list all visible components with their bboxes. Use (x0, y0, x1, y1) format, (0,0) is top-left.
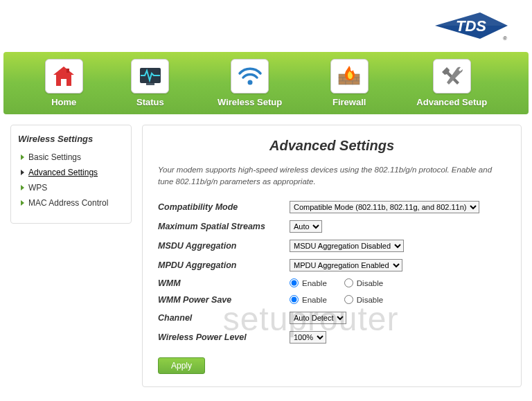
chevron-right-icon (21, 185, 24, 190)
svg-marker-3 (53, 66, 74, 86)
svg-rect-11 (339, 78, 343, 81)
nav-wireless-setup[interactable]: Wireless Setup (218, 59, 282, 107)
home-icon (45, 59, 83, 93)
wmmps-disable-option[interactable]: Disable (344, 295, 383, 304)
svg-rect-16 (346, 81, 353, 84)
wmm-label: WMM (158, 278, 290, 288)
wmmps-disable-radio[interactable] (344, 295, 353, 304)
nav-label: Wireless Setup (218, 97, 282, 107)
main-navbar: Home Status Wireless Setup Firewall (3, 52, 529, 114)
page-description: Your modem supports high-speed wireless … (158, 164, 506, 188)
main-panel: setuprouter Advanced Settings Your modem… (142, 125, 522, 387)
sidebar-title: Wireless Settings (18, 134, 124, 144)
nav-label: Advanced Setup (416, 97, 487, 107)
nav-label: Status (136, 97, 164, 107)
sidebar-item-label: Basic Settings (28, 152, 81, 162)
tds-logo: TDS ® (428, 7, 511, 45)
spatial-select[interactable]: Auto (290, 220, 322, 233)
wmmps-label: WMM Power Save (158, 295, 290, 305)
sidebar-item-label: WPS (28, 183, 47, 193)
compat-label: Compatibility Mode (158, 202, 290, 212)
sidebar-item-label: MAC Address Control (28, 198, 108, 208)
chevron-right-icon (21, 200, 24, 206)
nav-status[interactable]: Status (131, 59, 169, 107)
nav-advanced-setup[interactable]: Advanced Setup (416, 59, 487, 107)
channel-select[interactable]: Auto Detect (290, 312, 346, 324)
nav-label: Home (51, 97, 76, 107)
sidebar-item-basic[interactable]: Basic Settings (18, 150, 124, 165)
msdu-select[interactable]: MSDU Aggregation Disabled (290, 240, 404, 252)
logo-text: TDS (456, 17, 486, 35)
svg-rect-4 (66, 69, 69, 73)
msdu-label: MSDU Aggregation (158, 241, 290, 251)
compat-select[interactable]: Compatible Mode (802.11b, 802.11g, and 8… (290, 201, 479, 213)
svg-text:®: ® (503, 35, 507, 42)
svg-rect-8 (339, 74, 346, 78)
nav-label: Firewall (332, 97, 366, 107)
apply-button[interactable]: Apply (158, 357, 205, 374)
wmmps-enable-option[interactable]: Enable (290, 295, 327, 304)
nav-firewall[interactable]: Firewall (330, 59, 369, 107)
wmm-disable-radio[interactable] (344, 278, 353, 287)
sidebar-item-advanced[interactable]: Advanced Settings (18, 165, 124, 180)
wireless-icon (231, 59, 269, 93)
wmm-enable-option[interactable]: Enable (290, 278, 327, 287)
power-select[interactable]: 100% (290, 331, 326, 344)
channel-label: Channel (158, 313, 290, 323)
sidebar-item-label: Advanced Settings (28, 168, 98, 177)
svg-rect-15 (339, 81, 346, 84)
status-icon (131, 59, 169, 93)
firewall-icon (330, 59, 369, 93)
svg-rect-14 (357, 78, 360, 81)
svg-rect-17 (353, 81, 360, 84)
sidebar: Wireless Settings Basic Settings Advance… (10, 125, 132, 224)
power-label: Wireless Power Level (158, 332, 290, 342)
header: TDS ® (0, 0, 532, 48)
mpdu-select[interactable]: MPDU Aggregation Enabled (290, 259, 402, 271)
wmm-disable-option[interactable]: Disable (344, 278, 383, 287)
sidebar-item-wps[interactable]: WPS (18, 180, 124, 195)
page-title: Advanced Settings (158, 138, 506, 154)
sidebar-item-mac[interactable]: MAC Address Control (18, 195, 124, 211)
svg-rect-6 (146, 83, 154, 85)
nav-home[interactable]: Home (45, 59, 83, 107)
wmmps-enable-radio[interactable] (290, 295, 299, 304)
spatial-label: Maximum Spatial Streams (158, 222, 290, 231)
chevron-right-icon (21, 170, 24, 175)
tools-icon (433, 59, 471, 93)
wmm-enable-radio[interactable] (290, 278, 299, 287)
mpdu-label: MPDU Aggregation (158, 260, 290, 270)
svg-point-7 (247, 80, 252, 85)
chevron-right-icon (21, 154, 24, 160)
